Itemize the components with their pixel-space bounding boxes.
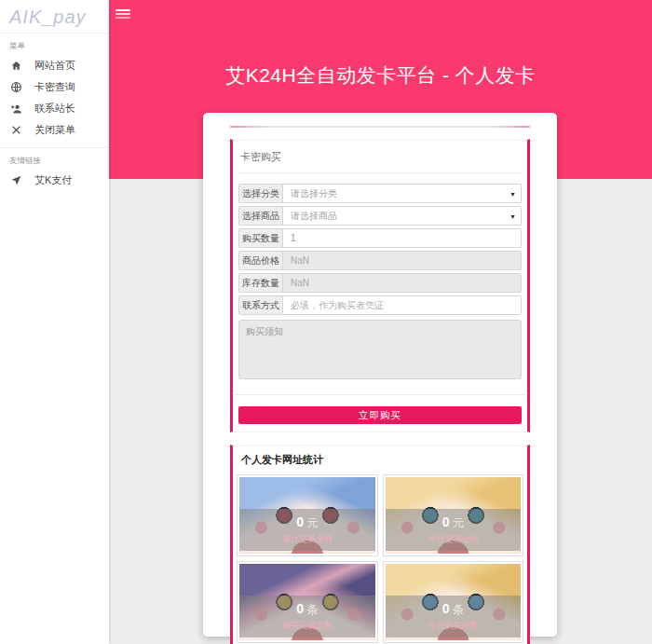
- sidebar-item-label: 关闭菜单: [34, 123, 75, 137]
- buy-now-button[interactable]: 立即购买: [238, 406, 522, 424]
- product-select-value: 请选择商品: [291, 210, 337, 223]
- sidebar-item-label: 网站首页: [34, 59, 75, 73]
- stat-unit: 元: [453, 516, 464, 529]
- contact-input[interactable]: [283, 295, 522, 315]
- anime-illustration: 0元 今日交易金额: [386, 477, 522, 554]
- stat-label: 购买完成总数: [239, 620, 375, 632]
- sidebar-item-home[interactable]: 网站首页: [0, 55, 109, 76]
- field-row-product: 选择商品 请选择商品 ▼: [238, 206, 522, 226]
- stat-value: 0: [296, 601, 304, 616]
- sidebar-item-label: 卡密查询: [34, 80, 75, 94]
- stat-tile-today-amount: 0元 今日交易金额: [383, 474, 524, 556]
- close-icon: [9, 124, 22, 137]
- sidebar-item-label: 联系站长: [34, 102, 75, 116]
- field-row-contact: 联系方式: [238, 295, 522, 315]
- stat-overlay: 0条 购买完成总数: [239, 596, 375, 637]
- sidebar-section-links-label: 友情链接: [0, 148, 109, 170]
- stat-value: 0: [296, 514, 304, 529]
- stock-field: [283, 273, 522, 293]
- field-label: 库存数量: [238, 273, 283, 293]
- product-select[interactable]: 请选择商品: [283, 206, 522, 226]
- hamburger-menu-icon[interactable]: [115, 9, 130, 21]
- stats-title: 个人发卡网址统计: [237, 451, 523, 474]
- stat-tile-total-orders: 0条 购买完成总数: [237, 561, 378, 643]
- quantity-input[interactable]: [283, 228, 522, 248]
- stat-label: 今日交易金额: [386, 533, 522, 545]
- stat-tile-today-orders: 0条 今日购买总数: [383, 561, 524, 643]
- field-row-category: 选择分类 请选择分类 ▼: [238, 184, 522, 203]
- stat-unit: 元: [306, 516, 318, 529]
- stat-label: 今日购买总数: [386, 620, 522, 632]
- globe-icon: [9, 81, 22, 94]
- field-label: 购买数量: [238, 228, 283, 248]
- anime-illustration: 0条 购买完成总数: [239, 564, 375, 640]
- sidebar-item-close-menu[interactable]: 关闭菜单: [0, 119, 109, 141]
- sidebar-item-contact-admin[interactable]: 联系站长: [0, 98, 109, 119]
- stat-value: 0: [442, 514, 450, 529]
- stats-panel: 个人发卡网址统计 0元 累计交易金额: [230, 445, 530, 644]
- stat-value: 0: [442, 601, 450, 616]
- purchase-form-panel: 卡密购买 选择分类 请选择分类 ▼ 选择商品 请选择商品 ▼: [230, 139, 530, 432]
- anime-illustration: 0元 累计交易金额: [239, 477, 375, 554]
- purchase-notes-textarea: [238, 320, 522, 379]
- stat-overlay: 0元 累计交易金额: [239, 509, 375, 551]
- field-label: 联系方式: [238, 295, 283, 315]
- card-top-divider: [230, 126, 530, 128]
- anime-illustration: 0条 今日购买总数: [386, 564, 522, 640]
- main-area: 艾K24H全自动发卡平台 - 个人发卡 卡密购买 选择分类 请选择分类 ▼ 选择…: [109, 0, 652, 644]
- category-select[interactable]: 请选择分类: [283, 184, 522, 203]
- sidebar-section-menu-label: 菜单: [0, 34, 109, 55]
- field-label: 商品价格: [238, 251, 283, 270]
- stat-overlay: 0元 今日交易金额: [386, 509, 522, 551]
- form-divider: [233, 394, 527, 395]
- field-row-quantity: 购买数量: [238, 228, 522, 248]
- stat-unit: 条: [453, 603, 464, 616]
- stat-label: 累计交易金额: [239, 533, 375, 545]
- sidebar-item-card-query[interactable]: 卡密查询: [0, 76, 109, 98]
- purchase-form-title: 卡密购买: [238, 147, 522, 173]
- category-select-value: 请选择分类: [291, 187, 337, 200]
- stat-overlay: 0条 今日购买总数: [386, 596, 522, 637]
- sidebar: AIK_pay 菜单 网站首页 卡密查询 联系站长 关闭菜单: [0, 0, 109, 644]
- price-field: [283, 251, 522, 270]
- stats-tiles-grid: 0元 累计交易金额 0元 今日交易金额: [237, 474, 523, 643]
- content-card: 卡密购买 选择分类 请选择分类 ▼ 选择商品 请选择商品 ▼: [203, 113, 557, 637]
- app-logo[interactable]: AIK_pay: [0, 0, 109, 34]
- stat-unit: 条: [306, 603, 318, 616]
- sidebar-item-aik-pay[interactable]: 艾K支付: [0, 170, 109, 191]
- sidebar-item-label: 艾K支付: [34, 173, 72, 187]
- stat-tile-total-amount: 0元 累计交易金额: [237, 474, 378, 556]
- field-label: 选择商品: [238, 206, 283, 226]
- field-label: 选择分类: [238, 184, 283, 203]
- field-row-stock: 库存数量: [238, 273, 522, 293]
- send-icon: [9, 174, 22, 187]
- home-icon: [9, 60, 22, 73]
- page-title: 艾K24H全自动发卡平台 - 个人发卡: [109, 62, 652, 89]
- person-add-icon: [9, 103, 22, 116]
- field-row-price: 商品价格: [238, 251, 522, 270]
